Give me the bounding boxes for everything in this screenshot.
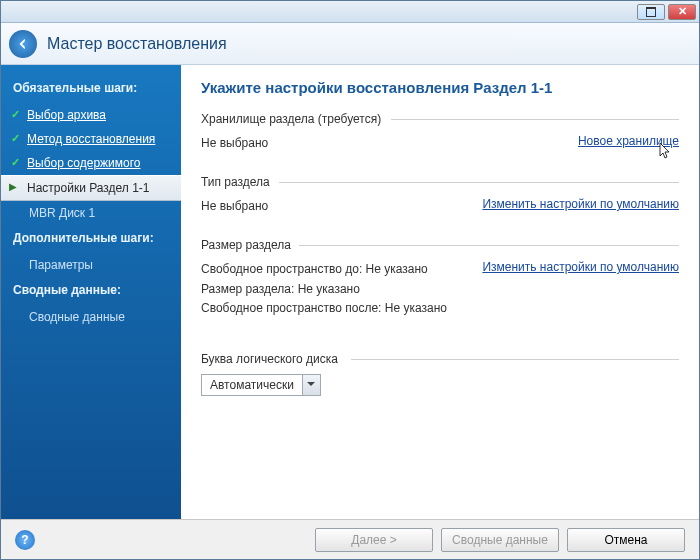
sidebar-item-label: Метод восстановления	[27, 132, 155, 146]
dropdown-value: Автоматически	[202, 378, 302, 392]
sidebar-item-label: MBR Диск 1	[29, 206, 95, 220]
partition-size: Размер раздела: Не указано	[201, 280, 447, 299]
drive-letter-dropdown[interactable]: Автоматически	[201, 374, 321, 396]
sidebar-item-label: Параметры	[29, 258, 93, 272]
change-size-link[interactable]: Изменить настройки по умолчанию	[482, 260, 679, 274]
footer: ? Далее > Сводные данные Отмена	[1, 519, 699, 559]
titlebar: ✕	[1, 1, 699, 23]
group-label-size: Размер раздела	[201, 238, 679, 252]
chevron-down-icon	[302, 375, 320, 395]
maximize-button[interactable]	[637, 4, 665, 20]
sidebar-item-label: Настройки Раздел 1-1	[27, 181, 150, 195]
sidebar-section-optional: Дополнительные шаги:	[1, 225, 181, 253]
footer-buttons: Далее > Сводные данные Отмена	[315, 528, 685, 552]
group-label-drive-letter: Буква логического диска	[201, 352, 679, 366]
size-values: Свободное пространство до: Не указано Ра…	[201, 260, 447, 318]
group-storage: Хранилище раздела (требуется) Не выбрано…	[201, 112, 679, 153]
content-pane: Укажите настройки восстановления Раздел …	[181, 65, 699, 519]
sidebar-item-content[interactable]: Выбор содержимого	[1, 151, 181, 175]
sidebar-item-label: Выбор архива	[27, 108, 106, 122]
group-label-type: Тип раздела	[201, 175, 679, 189]
summary-button[interactable]: Сводные данные	[441, 528, 559, 552]
group-size: Размер раздела Свободное пространство до…	[201, 238, 679, 318]
sidebar-item-mbr[interactable]: MBR Диск 1	[1, 201, 181, 225]
body: Обязательные шаги: Выбор архива Метод во…	[1, 65, 699, 519]
type-value: Не выбрано	[201, 197, 268, 216]
sidebar-item-label: Сводные данные	[29, 310, 125, 324]
free-before: Свободное пространство до: Не указано	[201, 260, 447, 279]
group-type: Тип раздела Не выбрано Изменить настройк…	[201, 175, 679, 216]
sidebar-item-method[interactable]: Метод восстановления	[1, 127, 181, 151]
sidebar-item-settings[interactable]: Настройки Раздел 1-1	[1, 175, 181, 201]
cancel-button[interactable]: Отмена	[567, 528, 685, 552]
sidebar-item-archive[interactable]: Выбор архива	[1, 103, 181, 127]
group-drive-letter: Буква логического диска Автоматически	[201, 352, 679, 396]
next-button[interactable]: Далее >	[315, 528, 433, 552]
sidebar-section-required: Обязательные шаги:	[1, 75, 181, 103]
storage-value: Не выбрано	[201, 134, 268, 153]
close-button[interactable]: ✕	[668, 4, 696, 20]
help-button[interactable]: ?	[15, 530, 35, 550]
back-arrow-icon	[16, 37, 30, 51]
sidebar: Обязательные шаги: Выбор архива Метод во…	[1, 65, 181, 519]
free-after: Свободное пространство после: Не указано	[201, 299, 447, 318]
sidebar-item-params[interactable]: Параметры	[1, 253, 181, 277]
header: Мастер восстановления	[1, 23, 699, 65]
sidebar-item-label: Выбор содержимого	[27, 156, 141, 170]
new-storage-link[interactable]: Новое хранилище	[578, 134, 679, 148]
back-button[interactable]	[9, 30, 37, 58]
change-type-link[interactable]: Изменить настройки по умолчанию	[482, 197, 679, 211]
window-title: Мастер восстановления	[47, 35, 227, 53]
page-title: Укажите настройки восстановления Раздел …	[201, 79, 679, 96]
group-label-storage: Хранилище раздела (требуется)	[201, 112, 679, 126]
sidebar-item-summary[interactable]: Сводные данные	[1, 305, 181, 329]
wizard-window: ✕ Мастер восстановления Обязательные шаг…	[0, 0, 700, 560]
sidebar-section-summary: Сводные данные:	[1, 277, 181, 305]
